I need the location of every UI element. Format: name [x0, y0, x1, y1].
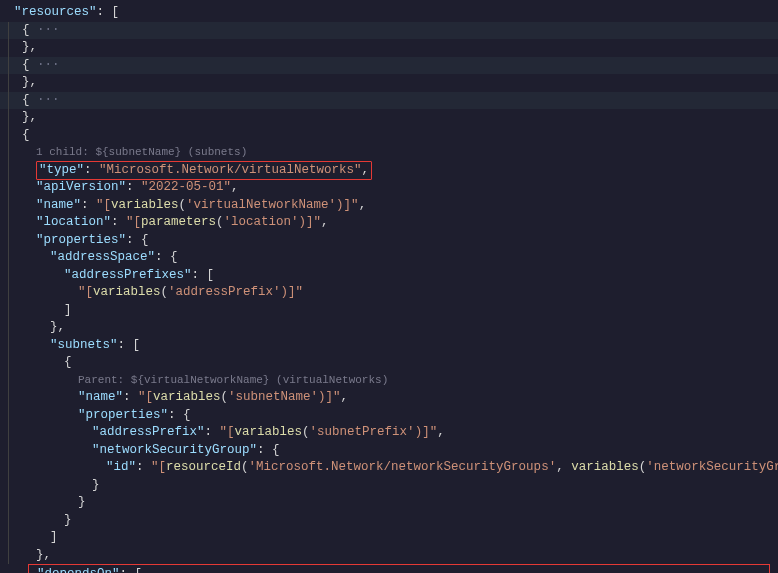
code-line[interactable]: },: [0, 319, 778, 337]
punct: ,: [359, 197, 367, 215]
function-name: variables: [93, 284, 161, 302]
json-string: 'Microsoft.Network/networkSecurityGroups…: [249, 459, 557, 477]
code-line[interactable]: "networkSecurityGroup": {: [0, 442, 778, 460]
inlay-hint-text: 1 child: ${subnetName} (subnets): [36, 145, 247, 160]
json-string: "[: [96, 197, 111, 215]
code-line[interactable]: "dependsOn": [: [29, 566, 767, 573]
function-name: resourceId: [166, 459, 241, 477]
json-string: "[: [220, 424, 235, 442]
punct: {: [22, 57, 30, 75]
code-line[interactable]: ]: [0, 529, 778, 547]
punct: ,: [362, 163, 370, 177]
code-line-collapsed[interactable]: { ···: [0, 92, 778, 110]
function-name: parameters: [141, 214, 216, 232]
code-line-collapsed[interactable]: { ···: [0, 22, 778, 40]
punct: :: [81, 197, 96, 215]
code-line[interactable]: "properties": {: [0, 232, 778, 250]
code-line[interactable]: {: [0, 127, 778, 145]
json-key: "name": [78, 389, 123, 407]
code-line[interactable]: "subnets": [: [0, 337, 778, 355]
json-string: )]": [299, 214, 322, 232]
punct: ]: [50, 529, 58, 547]
code-inlay-hint: Parent: ${virtualNetworkName} (virtualNe…: [0, 372, 778, 390]
json-key: "properties": [78, 407, 168, 425]
punct: : [: [118, 337, 141, 355]
collapsed-indicator[interactable]: ···: [30, 92, 60, 110]
code-line[interactable]: {: [0, 354, 778, 372]
code-line[interactable]: }: [0, 477, 778, 495]
code-line[interactable]: "location": "[parameters('location')]",: [0, 214, 778, 232]
json-key: "apiVersion": [36, 179, 126, 197]
json-string: "[: [138, 389, 153, 407]
punct: : [: [97, 4, 120, 22]
punct: : [: [192, 267, 215, 285]
code-line[interactable]: ]: [0, 302, 778, 320]
code-line[interactable]: "id": "[resourceId('Microsoft.Network/ne…: [0, 459, 778, 477]
punct: : {: [126, 232, 149, 250]
function-name: variables: [153, 389, 221, 407]
code-line[interactable]: },: [0, 74, 778, 92]
punct: {: [22, 22, 30, 40]
code-line[interactable]: "addressSpace": {: [0, 249, 778, 267]
punct: :: [136, 459, 151, 477]
code-line[interactable]: "addressPrefixes": [: [0, 267, 778, 285]
json-key: "addressSpace": [50, 249, 155, 267]
json-key: "properties": [36, 232, 126, 250]
function-name: variables: [111, 197, 179, 215]
punct: ,: [321, 214, 329, 232]
collapsed-indicator[interactable]: ···: [30, 57, 60, 75]
highlight-box-multiline: "dependsOn": [ "[resourceId('Microsoft.N…: [28, 564, 770, 573]
code-line[interactable]: },: [0, 39, 778, 57]
code-line-highlighted[interactable]: "type": "Microsoft.Network/virtualNetwor…: [0, 162, 778, 180]
code-line-collapsed[interactable]: { ···: [0, 57, 778, 75]
punct: {: [22, 127, 30, 145]
json-string: )]": [415, 424, 438, 442]
punct: }: [64, 512, 72, 530]
punct: ]: [64, 302, 72, 320]
code-inlay-hint: 1 child: ${subnetName} (subnets): [0, 144, 778, 162]
code-line[interactable]: "name": "[variables('subnetName')]",: [0, 389, 778, 407]
collapsed-indicator[interactable]: ···: [30, 22, 60, 40]
json-string: 'subnetPrefix': [310, 424, 415, 442]
punct: :: [123, 389, 138, 407]
json-string: "Microsoft.Network/virtualNetworks": [99, 163, 362, 177]
json-key: "resources": [14, 4, 97, 22]
code-editor[interactable]: "resources": [ { ··· }, { ··· }, { ··· }…: [0, 4, 778, 573]
json-string: "2022-05-01": [141, 179, 231, 197]
json-key: "type": [39, 163, 84, 177]
punct: ,: [231, 179, 239, 197]
punct: : {: [257, 442, 280, 460]
code-line[interactable]: },: [0, 547, 778, 565]
punct: :: [111, 214, 126, 232]
punct: },: [36, 547, 51, 565]
json-string: 'addressPrefix': [168, 284, 281, 302]
code-line[interactable]: "addressPrefix": "[variables('subnetPref…: [0, 424, 778, 442]
code-line[interactable]: "name": "[variables('virtualNetworkName'…: [0, 197, 778, 215]
json-string: )]": [318, 389, 341, 407]
code-line[interactable]: "apiVersion": "2022-05-01",: [0, 179, 778, 197]
code-line[interactable]: "properties": {: [0, 407, 778, 425]
inlay-hint-text: Parent: ${virtualNetworkName} (virtualNe…: [78, 373, 388, 388]
punct: {: [64, 354, 72, 372]
json-string: 'networkSecurityGroupName': [646, 459, 778, 477]
punct: },: [22, 39, 37, 57]
punct: :: [205, 424, 220, 442]
punct: },: [22, 74, 37, 92]
json-key: "location": [36, 214, 111, 232]
punct: :: [126, 179, 141, 197]
punct: : {: [155, 249, 178, 267]
punct: {: [22, 92, 30, 110]
punct: : [: [120, 566, 143, 573]
punct: },: [22, 109, 37, 127]
function-name: variables: [235, 424, 303, 442]
json-string: )]": [336, 197, 359, 215]
json-string: 'location': [224, 214, 299, 232]
code-line[interactable]: },: [0, 109, 778, 127]
code-line[interactable]: }: [0, 512, 778, 530]
code-line[interactable]: "resources": [: [0, 4, 778, 22]
json-key: "id": [106, 459, 136, 477]
code-line[interactable]: }: [0, 494, 778, 512]
code-line[interactable]: "[variables('addressPrefix')]": [0, 284, 778, 302]
punct: ,: [341, 389, 349, 407]
punct: :: [84, 163, 99, 177]
